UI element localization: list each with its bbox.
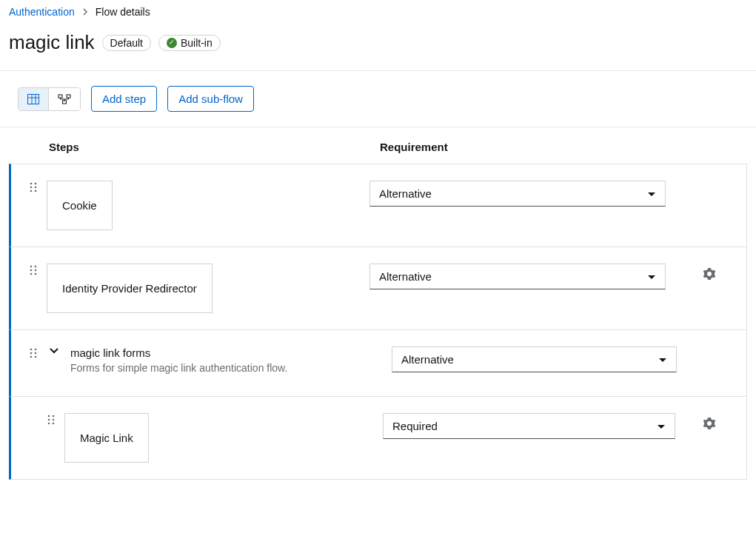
chevron-down-icon bbox=[50, 348, 58, 354]
page-title: magic link bbox=[9, 31, 95, 54]
svg-point-13 bbox=[30, 266, 33, 268]
svg-point-24 bbox=[35, 356, 37, 358]
tag-default: Default bbox=[102, 35, 151, 51]
svg-point-9 bbox=[30, 187, 33, 189]
requirement-cell: Required bbox=[369, 413, 680, 439]
flow-row-magic-link: Magic Link Required bbox=[9, 397, 747, 480]
step-cell: magic link forms Forms for simple magic … bbox=[47, 346, 369, 374]
tag-builtin-text: Built-in bbox=[181, 37, 213, 49]
check-circle-icon: ✓ bbox=[167, 38, 177, 48]
requirement-value: Alternative bbox=[379, 270, 432, 283]
svg-point-14 bbox=[35, 266, 37, 268]
chevron-right-icon bbox=[82, 8, 88, 16]
step-cell: Cookie bbox=[47, 181, 369, 230]
drag-handle[interactable] bbox=[20, 346, 47, 358]
svg-point-21 bbox=[30, 352, 33, 355]
svg-rect-4 bbox=[58, 95, 62, 98]
actions-cell bbox=[680, 413, 737, 432]
toolbar: Add step Add sub-flow bbox=[0, 71, 756, 127]
svg-point-17 bbox=[30, 273, 33, 275]
svg-point-19 bbox=[30, 349, 33, 351]
svg-point-18 bbox=[35, 273, 37, 275]
page-header: magic link Default ✓ Built-in bbox=[0, 24, 756, 70]
svg-point-15 bbox=[30, 269, 33, 272]
table-icon bbox=[27, 94, 39, 104]
breadcrumb: Authentication Flow details bbox=[0, 0, 756, 24]
caret-down-icon bbox=[658, 358, 667, 363]
step-box-idp-redirector: Identity Provider Redirector bbox=[47, 264, 213, 313]
view-toggle bbox=[18, 87, 81, 111]
add-sub-flow-button[interactable]: Add sub-flow bbox=[167, 86, 254, 112]
requirement-value: Required bbox=[392, 420, 438, 432]
requirement-select-magic-link[interactable]: Required bbox=[383, 413, 675, 439]
requirement-select-idp-redirector[interactable]: Alternative bbox=[369, 264, 666, 289]
drag-handle[interactable] bbox=[20, 181, 47, 192]
subflow-group: magic link forms Forms for simple magic … bbox=[70, 346, 287, 374]
svg-point-8 bbox=[35, 183, 37, 185]
svg-point-12 bbox=[35, 190, 37, 192]
breadcrumb-current: Flow details bbox=[96, 6, 150, 18]
requirement-cell: Alternative bbox=[369, 264, 680, 289]
settings-button-magic-link[interactable] bbox=[700, 415, 718, 432]
svg-point-27 bbox=[48, 419, 50, 421]
caret-down-icon bbox=[657, 424, 666, 430]
requirement-value: Alternative bbox=[379, 187, 432, 200]
gear-icon bbox=[703, 418, 715, 429]
step-box-cookie: Cookie bbox=[47, 181, 113, 230]
svg-rect-6 bbox=[63, 101, 67, 104]
svg-point-20 bbox=[35, 349, 37, 351]
svg-rect-0 bbox=[28, 94, 39, 104]
tag-builtin: ✓ Built-in bbox=[158, 35, 221, 51]
svg-point-16 bbox=[35, 269, 37, 272]
flow-row-idp-redirector: Identity Provider Redirector Alternative bbox=[9, 247, 747, 330]
col-requirement-header: Requirement bbox=[380, 141, 691, 153]
subflow-name: magic link forms bbox=[70, 346, 287, 359]
expand-toggle[interactable] bbox=[47, 346, 63, 354]
svg-point-7 bbox=[30, 183, 33, 185]
requirement-cell: Alternative bbox=[369, 346, 680, 372]
requirement-select-magic-link-forms[interactable]: Alternative bbox=[392, 346, 677, 372]
svg-point-26 bbox=[53, 415, 55, 418]
step-cell: Identity Provider Redirector bbox=[47, 264, 369, 313]
svg-rect-5 bbox=[67, 95, 70, 98]
caret-down-icon bbox=[647, 275, 656, 281]
diagram-icon bbox=[58, 94, 71, 104]
svg-point-30 bbox=[53, 423, 55, 425]
drag-handle[interactable] bbox=[20, 264, 47, 275]
column-headers: Steps Requirement bbox=[9, 127, 747, 164]
tag-default-text: Default bbox=[110, 37, 143, 49]
view-diagram-button[interactable] bbox=[48, 88, 80, 110]
svg-point-11 bbox=[30, 190, 33, 192]
caret-down-icon bbox=[647, 192, 656, 198]
step-cell: Magic Link bbox=[64, 413, 369, 463]
svg-point-22 bbox=[35, 352, 37, 355]
requirement-cell: Alternative bbox=[369, 181, 680, 207]
view-table-button[interactable] bbox=[19, 88, 48, 110]
settings-button-idp-redirector[interactable] bbox=[700, 265, 718, 283]
svg-point-28 bbox=[53, 419, 55, 421]
gear-icon bbox=[703, 268, 715, 280]
actions-cell bbox=[680, 346, 737, 348]
svg-point-23 bbox=[30, 356, 33, 358]
flow-row-cookie: Cookie Alternative bbox=[9, 164, 747, 247]
svg-point-10 bbox=[35, 187, 37, 189]
subflow-description: Forms for simple magic link authenticati… bbox=[70, 362, 287, 374]
step-box-magic-link: Magic Link bbox=[64, 413, 149, 463]
breadcrumb-root-link[interactable]: Authentication bbox=[9, 6, 75, 18]
flow-content: Steps Requirement Cookie Alternative Ide… bbox=[0, 127, 756, 480]
svg-point-29 bbox=[48, 423, 50, 425]
actions-cell bbox=[680, 264, 737, 283]
col-steps-header: Steps bbox=[49, 141, 380, 153]
flow-row-magic-link-forms: magic link forms Forms for simple magic … bbox=[9, 330, 747, 397]
add-step-button[interactable]: Add step bbox=[91, 86, 157, 112]
drag-handle[interactable] bbox=[38, 413, 64, 425]
svg-point-25 bbox=[48, 415, 50, 418]
actions-cell bbox=[680, 181, 737, 182]
requirement-select-cookie[interactable]: Alternative bbox=[369, 181, 666, 207]
requirement-value: Alternative bbox=[401, 353, 454, 366]
